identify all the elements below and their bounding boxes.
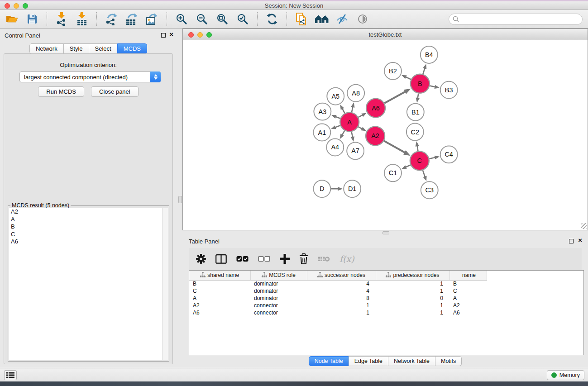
import-network-icon[interactable] (54, 12, 69, 26)
tab-select[interactable]: Select (89, 43, 118, 54)
arrowhead-icon (402, 75, 407, 79)
vertical-splitter-handle[interactable] (178, 196, 182, 203)
search-input[interactable] (461, 16, 578, 22)
toggle-birds-eye-icon[interactable] (355, 12, 370, 26)
cell: A (449, 295, 487, 302)
show-columns-icon[interactable] (215, 254, 227, 264)
edge-C-C3[interactable] (423, 170, 425, 177)
cell: A (189, 295, 250, 302)
edge-A-A2[interactable] (358, 127, 362, 129)
export-table-icon[interactable] (124, 12, 139, 26)
edge-C-C1[interactable] (406, 165, 411, 167)
refresh-icon[interactable] (265, 12, 279, 26)
home-icon[interactable] (315, 12, 329, 26)
close-panel-icon[interactable]: × (169, 30, 173, 38)
zoom-out-icon[interactable] (195, 12, 209, 26)
open-session-icon[interactable] (5, 12, 19, 26)
horizontal-splitter-handle[interactable] (382, 231, 389, 234)
mcds-result-title: MCDS result (5 nodes) (10, 202, 71, 209)
zoom-fit-icon[interactable] (215, 12, 229, 26)
close-table-panel-icon[interactable]: × (578, 236, 582, 244)
table-row[interactable]: Adominator80A (189, 295, 583, 302)
cell: connector (250, 309, 307, 316)
column-header-name[interactable]: name (449, 271, 487, 280)
import-table-icon[interactable] (75, 12, 89, 26)
float-table-panel-icon[interactable] (569, 239, 574, 243)
tab-mcds[interactable]: MCDS (117, 43, 147, 54)
result-item-C[interactable]: C (9, 231, 168, 238)
cell: 1 (307, 302, 376, 309)
function-builder-icon[interactable]: f(x) (339, 254, 354, 264)
result-item-A[interactable]: A (9, 216, 168, 224)
close-panel-button[interactable]: Close panel (91, 86, 139, 97)
control-panel-tabs: NetworkStyleSelectMCDS (0, 43, 177, 54)
add-column-icon[interactable] (280, 254, 290, 264)
arrowhead-icon (435, 85, 440, 89)
zoom-in-icon[interactable] (174, 12, 189, 26)
edge-B-B4[interactable] (423, 68, 425, 74)
zoom-selected-icon[interactable] (235, 12, 250, 26)
edge-B-B2[interactable] (406, 77, 411, 80)
edge-A-A6[interactable] (359, 115, 363, 117)
window-resize-grip[interactable] (581, 223, 587, 229)
column-header-predecessor-nodes[interactable]: predecessor nodes (376, 271, 449, 280)
table-tab-edge-table[interactable]: Edge Table (349, 356, 388, 366)
edge-A-A7[interactable] (352, 132, 353, 137)
run-mcds-button[interactable]: Run MCDS (38, 86, 84, 97)
deselect-all-rows-icon[interactable] (258, 256, 270, 262)
edge-B-B1[interactable] (418, 93, 419, 98)
graph-node-label: B1 (411, 109, 420, 116)
export-network-icon[interactable] (104, 12, 119, 26)
cell: 1 (376, 309, 449, 316)
control-panel-title: Control Panel (5, 32, 40, 39)
network-canvas[interactable]: B4B2BB3A8A5A6A3B1AA1C2A2A4A7C4CC1C3DD1 (183, 40, 588, 230)
float-panel-icon[interactable] (161, 33, 166, 38)
delete-column-icon[interactable] (299, 253, 308, 264)
column-header-shared-name[interactable]: shared name (189, 271, 250, 280)
select-all-rows-icon[interactable] (236, 256, 249, 262)
network-window-titlebar[interactable]: testGlobe.txt (183, 29, 588, 40)
graph-node-label: A3 (318, 108, 326, 115)
control-panel: Control Panel × NetworkStyleSelectMCDS O… (0, 29, 177, 368)
arrowhead-icon (351, 136, 354, 142)
table-panel-title: Table Panel (189, 238, 220, 245)
edge-C-C2[interactable] (417, 146, 418, 151)
scrollbar[interactable] (162, 208, 168, 360)
edge-A-A8[interactable] (352, 107, 353, 112)
cell: dominator (250, 287, 307, 295)
edge-A-A4[interactable] (342, 131, 345, 135)
show-panels-button[interactable] (4, 370, 17, 380)
save-session-icon[interactable] (25, 12, 39, 26)
cell: B (189, 280, 250, 287)
table-row[interactable]: Bdominator41B (189, 280, 583, 287)
table-options-icon[interactable] (196, 254, 206, 264)
table-tab-node-table[interactable]: Node Table (309, 356, 349, 366)
edge-C-C4[interactable] (429, 157, 435, 159)
edge-A-A1[interactable] (335, 125, 340, 127)
memory-button[interactable]: Memory (547, 370, 584, 380)
export-image-icon[interactable] (145, 12, 159, 26)
column-header-successor-nodes[interactable]: successor nodes (307, 271, 376, 280)
table-row[interactable]: A6connector11A6 (189, 309, 583, 316)
criterion-select[interactable]: largest connected component (directed) (19, 71, 161, 82)
hide-graphics-details-icon[interactable] (335, 12, 349, 26)
result-item-B[interactable]: B (9, 223, 168, 231)
edge-B-B3[interactable] (430, 86, 435, 87)
cell: B (449, 280, 487, 287)
edge-A2-C[interactable] (384, 141, 405, 152)
column-header-MCDS-role[interactable]: MCDS role (250, 271, 307, 280)
clone-network-icon[interactable] (294, 12, 309, 26)
table-row[interactable]: A2connector11A2 (189, 302, 583, 309)
edge-A-A3[interactable] (335, 117, 340, 119)
tab-style[interactable]: Style (63, 43, 89, 54)
edge-A-A5[interactable] (342, 109, 345, 113)
table-tab-motifs[interactable]: Motifs (435, 356, 462, 366)
delete-table-icon[interactable] (318, 255, 330, 262)
tab-network[interactable]: Network (29, 43, 64, 54)
cell: connector (250, 302, 307, 309)
result-item-A2[interactable]: A2 (9, 208, 168, 216)
result-item-A6[interactable]: A6 (9, 238, 168, 246)
table-row[interactable]: Cdominator41C (189, 287, 583, 295)
edge-A6-B[interactable] (384, 92, 405, 103)
table-tab-network-table[interactable]: Network Table (388, 356, 435, 366)
